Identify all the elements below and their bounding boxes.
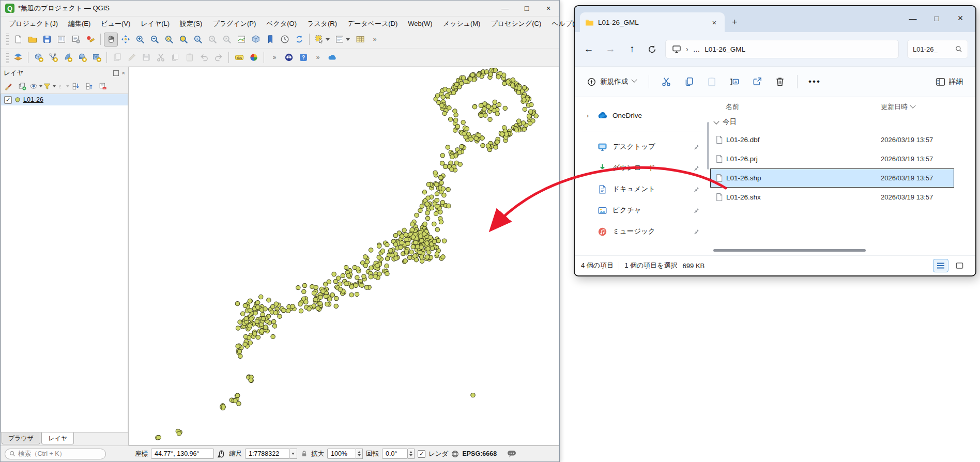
new-virtual-layer-button[interactable] <box>89 51 103 65</box>
crs-status[interactable]: EPSG:6668 <box>462 450 497 457</box>
close-panel-icon[interactable]: × <box>122 70 125 76</box>
new-map-view-button[interactable] <box>234 33 248 47</box>
zoom-full-button[interactable] <box>162 33 176 47</box>
pan-to-selection-button[interactable] <box>118 33 132 47</box>
locator-search-input[interactable]: 検索（Ctrl + K） <box>5 449 106 459</box>
scale-dropdown-arrow[interactable] <box>289 449 297 459</box>
new-3d-map-view-button[interactable] <box>249 33 263 47</box>
globe-icon[interactable] <box>451 450 459 458</box>
breadcrumb-ellipsis[interactable]: … <box>693 45 700 53</box>
select-by-value-button[interactable] <box>333 33 353 47</box>
menu-9[interactable]: Web(W) <box>403 18 437 29</box>
sidebar-item-downloads[interactable]: ダウンロード <box>578 158 707 178</box>
menu-5[interactable]: プラグイン(P) <box>207 18 261 30</box>
column-name[interactable]: 名前 <box>726 102 739 112</box>
zoom-to-layer-button[interactable] <box>191 33 205 47</box>
pan-map-button[interactable] <box>104 33 118 47</box>
icons-view-button[interactable] <box>952 259 967 272</box>
collapse-all-button[interactable] <box>83 80 96 93</box>
details-pane-button[interactable]: 詳細 <box>931 74 967 89</box>
new-temporary-scratch-layer-button[interactable] <box>60 51 74 65</box>
current-edits-button[interactable] <box>110 51 124 65</box>
toolbar-overflow-2-button[interactable]: » <box>267 51 281 65</box>
map-canvas[interactable] <box>129 67 559 445</box>
forward-icon[interactable]: → <box>604 43 617 55</box>
dock-tab-layers[interactable]: レイヤ <box>41 433 74 444</box>
add-group-button[interactable] <box>16 80 28 93</box>
new-geopackage-layer-button[interactable] <box>32 51 45 65</box>
copy-features-button[interactable] <box>168 51 182 65</box>
paste-button[interactable] <box>703 73 721 90</box>
metasearch-button[interactable] <box>282 51 296 65</box>
list-view-button[interactable] <box>933 259 948 272</box>
filter-legend-button[interactable] <box>43 80 55 93</box>
qgis-cloud-button[interactable] <box>325 51 339 65</box>
extent-toggle-icon[interactable] <box>217 450 226 458</box>
layer-name[interactable]: L01-26 <box>23 96 43 103</box>
zoom-in-button[interactable] <box>133 33 147 47</box>
undo-button[interactable] <box>197 51 211 65</box>
coordinate-input[interactable]: 44.77°, 130.96° <box>151 449 214 459</box>
file-row-L01-26.shp[interactable]: L01-26.shp2026/03/19 13:57 <box>710 168 954 188</box>
paste-features-button[interactable] <box>182 51 196 65</box>
sidebar-item-music[interactable]: ミュージック <box>578 221 707 242</box>
file-row-L01-26.prj[interactable]: L01-26.prj2026/03/19 13:57 <box>710 149 954 168</box>
magnifier-input[interactable]: 100% <box>327 449 356 459</box>
column-modified[interactable]: 更新日時 <box>881 102 915 112</box>
open-project-button[interactable] <box>25 33 39 47</box>
dropdown-arrow-icon[interactable] <box>326 38 330 41</box>
manage-map-themes-button[interactable] <box>29 80 42 93</box>
menu-11[interactable]: プロセシング(C) <box>485 18 546 30</box>
help-button[interactable]: ? <box>296 51 310 65</box>
layer-diagram-button[interactable] <box>247 51 261 65</box>
up-icon[interactable]: ↑ <box>625 43 639 55</box>
open-layer-styling-button[interactable] <box>3 80 15 93</box>
sidebar-item-documents[interactable]: ドキュメント <box>578 179 707 199</box>
refresh-map-button[interactable] <box>292 33 306 47</box>
show-layout-manager-button[interactable] <box>69 33 83 47</box>
sidebar-scrollbar[interactable] <box>707 122 709 170</box>
zoom-out-button[interactable] <box>147 33 161 47</box>
zoom-next-button[interactable] <box>220 33 234 47</box>
menu-8[interactable]: データベース(D) <box>342 18 403 30</box>
toolbar-overflow-button[interactable]: » <box>368 33 381 47</box>
close-button[interactable]: × <box>538 1 559 16</box>
maximize-button[interactable]: □ <box>516 1 538 16</box>
zoom-to-selection-button[interactable] <box>176 33 190 47</box>
rename-button[interactable]: A <box>726 73 743 90</box>
open-attribute-table-button[interactable] <box>353 33 367 47</box>
group-header-today[interactable]: 今日 <box>710 114 975 130</box>
address-breadcrumb[interactable]: › … L01-26_GML <box>665 40 899 58</box>
menu-10[interactable]: メッシュ(M) <box>438 18 486 30</box>
save-layer-edits-button[interactable] <box>139 51 153 65</box>
spatial-bookmarks-button[interactable] <box>263 33 277 47</box>
save-project-button[interactable] <box>40 33 54 47</box>
sidebar-item-desktop[interactable]: デスクトップ <box>578 136 707 157</box>
sidebar-item-onedrive[interactable]: ›OneDrive <box>578 105 707 126</box>
style-manager-button[interactable] <box>83 33 97 47</box>
new-project-button[interactable] <box>11 33 25 47</box>
menu-7[interactable]: ラスタ(R) <box>302 18 342 30</box>
close-button[interactable]: × <box>948 6 972 30</box>
sidebar-item-pictures[interactable]: ピクチャ <box>578 200 707 221</box>
redo-button[interactable] <box>211 51 225 65</box>
new-tab-button[interactable]: + <box>732 17 738 28</box>
refresh-icon[interactable] <box>647 44 657 54</box>
message-log-icon[interactable] <box>507 450 516 458</box>
minimize-button[interactable]: — <box>901 6 925 30</box>
menu-0[interactable]: プロジェクト(J) <box>4 18 63 30</box>
layer-labeling-button[interactable]: abc <box>232 51 246 65</box>
chevron-right-icon[interactable]: › <box>583 112 592 119</box>
lock-icon[interactable] <box>300 450 308 458</box>
menu-4[interactable]: 設定(S) <box>175 18 207 30</box>
select-features-button[interactable] <box>313 33 332 47</box>
cut-button[interactable] <box>657 73 675 90</box>
scale-combobox[interactable]: 1:7788322 <box>245 449 289 459</box>
rotation-spinner[interactable] <box>408 449 415 459</box>
breadcrumb-folder[interactable]: L01-26_GML <box>705 45 745 53</box>
more-button[interactable]: ••• <box>806 73 823 90</box>
scrollbar-thumb[interactable] <box>713 249 866 252</box>
new-shapefile-layer-button[interactable] <box>46 51 60 65</box>
menu-1[interactable]: 編集(E) <box>63 18 96 30</box>
explorer-tab[interactable]: L01-26_GML × <box>580 12 725 32</box>
